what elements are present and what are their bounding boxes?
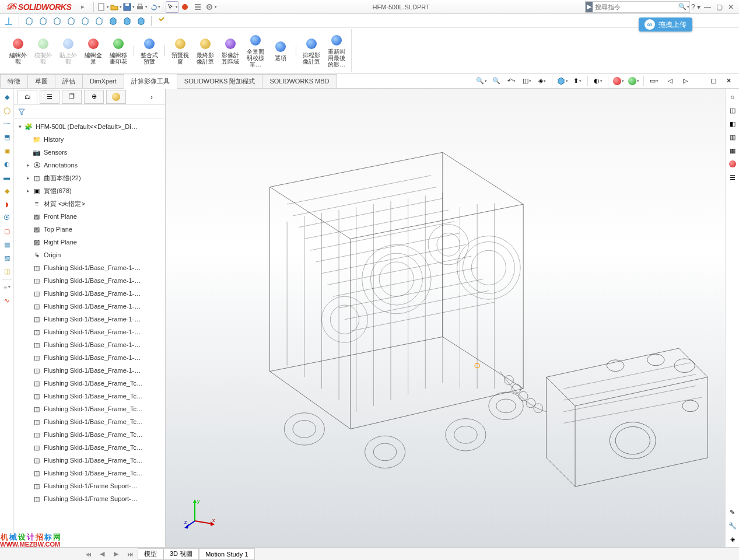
tree-item[interactable]: ◫Flushing Skid-1/Base_Frame-1-… (14, 326, 165, 338)
tab-first-icon[interactable]: ⏮ (82, 551, 94, 558)
zoom-fit-icon[interactable]: 🔍 (474, 75, 488, 87)
appearances-tab-icon[interactable] (727, 158, 738, 170)
upload-badge[interactable]: ∞ 拖拽上传 (639, 18, 692, 32)
panel-expand-icon[interactable]: › (142, 90, 162, 104)
search-input[interactable] (593, 4, 678, 10)
cm-tab[interactable]: 草圖 (27, 74, 55, 88)
tree-item[interactable]: ◫Flushing Skid-1/Base_Frame-1-… (14, 274, 165, 287)
draft-icon[interactable]: ▧ (1, 252, 13, 264)
ribbon-btn-7[interactable]: 最終影像計算 (193, 30, 218, 72)
graphics-viewport[interactable]: y x z (166, 89, 725, 547)
prev-view-icon[interactable]: ↶ (505, 75, 519, 87)
tree-item[interactable]: ↳Origin (14, 249, 165, 261)
design-lib-icon[interactable]: ◧ (727, 118, 738, 130)
tree-item[interactable]: ▨Top Plane (14, 223, 165, 236)
view-left-icon[interactable] (51, 15, 64, 27)
tree-item[interactable]: 📷Sensors (14, 146, 165, 159)
custom-props-icon[interactable]: ☰ (727, 172, 738, 183)
expand-icon[interactable]: ▸ (24, 162, 31, 168)
render-region-icon[interactable]: ▭ (647, 75, 661, 87)
bottom-tab[interactable]: Motion Study 1 (199, 548, 254, 560)
tree-item[interactable]: ▨Front Plane (14, 210, 165, 223)
open-file-button[interactable] (109, 1, 122, 13)
panel-next-icon[interactable]: ▷ (678, 75, 692, 87)
zoom-area-icon[interactable]: 🔍 (489, 75, 503, 87)
undo-button[interactable] (148, 1, 160, 13)
home-tab-icon[interactable]: ⌂ (727, 91, 738, 103)
view-back-icon[interactable] (37, 15, 50, 27)
select-button[interactable] (166, 1, 178, 13)
fillet-icon[interactable]: ◗ (1, 198, 13, 210)
menu-expand-icon[interactable]: ▸ (78, 2, 87, 12)
file-explorer-icon[interactable]: ▥ (727, 131, 738, 143)
ribbon-btn-0[interactable]: 編輯外觀 (6, 30, 30, 72)
shell-icon[interactable]: ▢ (1, 225, 13, 237)
view-front-icon[interactable] (23, 15, 36, 27)
ribbon-btn-3[interactable]: 編輯全景 (81, 30, 106, 72)
section-view-icon[interactable]: ◫ (520, 75, 534, 87)
tree-item[interactable]: ◫Flushing Skid-1/Base_Frame-1-… (14, 261, 165, 274)
restore-button[interactable]: ▢ (713, 1, 725, 13)
options-list-button[interactable] (191, 1, 204, 13)
tree-item[interactable]: ◫Flushing Skid-1/Base_Frame-1-… (14, 287, 165, 300)
sketch-circle-icon[interactable]: ◯ (1, 104, 13, 116)
ribbon-btn-10[interactable]: 選項 (268, 30, 293, 72)
mirror-icon[interactable]: ◫ (1, 265, 13, 277)
config-manager-tab[interactable]: ❐ (62, 90, 82, 104)
render-tab[interactable] (106, 90, 126, 104)
extrude-icon[interactable]: ▣ (1, 145, 13, 156)
minimize-button[interactable]: — (702, 1, 713, 13)
wrench-tab-icon[interactable]: 🔧 (727, 520, 738, 531)
tree-item[interactable]: ≡材質 <未指定> (14, 197, 165, 210)
tree-item[interactable]: ◫Flushing Skid-1/Base_Frame_Tc… (14, 441, 165, 454)
bottom-tab[interactable]: 3D 視圖 (163, 548, 199, 560)
cut-icon[interactable]: ▬ (1, 172, 13, 183)
tree-item[interactable]: ◫Flushing Skid-1/Frame Suport-… (14, 480, 165, 492)
forum-tab-icon[interactable]: ✎ (727, 506, 738, 518)
tree-item[interactable]: ▸ⒶAnnotations (14, 159, 165, 172)
viewport-close-icon[interactable]: ✕ (722, 75, 736, 87)
print-button[interactable] (135, 1, 148, 13)
tree-item[interactable]: ▨Right Plane (14, 236, 165, 249)
panel-prev-icon[interactable]: ◁ (663, 75, 677, 87)
settings-button[interactable] (204, 1, 217, 13)
cm-tab[interactable]: 特徵 (0, 74, 28, 88)
curves-icon[interactable]: ∿ (1, 295, 13, 306)
command-search[interactable]: ▶ 🔍 (585, 1, 690, 13)
tree-item[interactable]: ◫Flushing Skid-1/Base_Frame_Tc… (14, 428, 165, 441)
tree-item[interactable]: ◫Flushing Skid-1/Base_Frame-1-… (14, 300, 165, 313)
feature-tree[interactable]: ▾ 🧩 HFM-500L (Default<<Default>_Di… 📁His… (14, 119, 165, 547)
property-manager-tab[interactable]: ☰ (40, 90, 59, 104)
hole-icon[interactable]: ⦿ (1, 212, 13, 223)
save-button[interactable] (122, 1, 135, 13)
ribbon-btn-9[interactable]: 全景照明校樣單… (243, 30, 268, 72)
tree-item[interactable]: ◫Flushing Skid-1/Frame Suport-… (14, 492, 165, 505)
appearance-edit-icon[interactable] (611, 75, 625, 87)
ribbon-btn-5[interactable]: 整合式預覽 (137, 30, 162, 72)
collapse-icon[interactable]: ▾ (16, 124, 23, 130)
bottom-tab[interactable]: 模型 (138, 548, 163, 560)
feature-manager-tab[interactable]: 🗂 (17, 90, 37, 104)
dimxpert-tab[interactable]: ⊕ (84, 90, 104, 104)
search-go-button[interactable]: 🔍 (678, 2, 689, 12)
ribbon-btn-11[interactable]: 排程影像計算 (299, 30, 324, 72)
sketch-arc-icon[interactable]: ⬒ (1, 131, 13, 143)
expand-icon[interactable]: ▸ (24, 188, 31, 194)
tree-item[interactable]: ◫Flushing Skid-1/Base_Frame-1-… (14, 338, 165, 351)
tab-next-icon[interactable]: ▶ (110, 550, 122, 558)
hide-show-icon[interactable]: ⬆ (570, 75, 584, 87)
sketch-line-icon[interactable]: ◆ (1, 91, 13, 103)
cm-tab[interactable]: DimXpert (82, 74, 124, 88)
view-dimetric-icon[interactable] (121, 15, 134, 27)
view-normal-icon[interactable] (155, 15, 168, 27)
ribbon-btn-6[interactable]: 預覽視窗 (168, 30, 192, 72)
tree-item[interactable]: ◫Flushing Skid-1/Base_Frame_Tc… (14, 390, 165, 402)
view-orient-icon[interactable]: ◈ (535, 75, 549, 87)
view-plane-icon[interactable] (2, 15, 15, 27)
tree-item[interactable]: ◫Flushing Skid-1/Base_Frame-1-… (14, 351, 165, 364)
appearance-apply-icon[interactable] (626, 75, 640, 87)
resources-tab-icon[interactable]: ◫ (727, 104, 738, 116)
cm-tab[interactable]: 評估 (55, 74, 83, 88)
view-palette-icon[interactable]: ▦ (727, 145, 738, 156)
ribbon-btn-12[interactable]: 重新叫用最後的影… (324, 30, 349, 72)
